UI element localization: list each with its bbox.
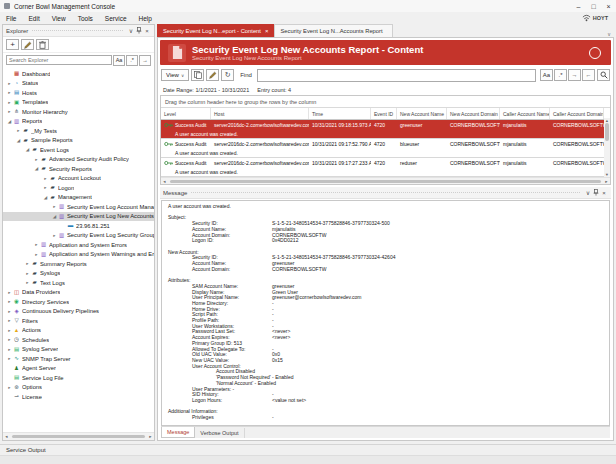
tree-item[interactable]: ▸ ▤ Syslog Server <box>3 345 154 355</box>
menu-item[interactable]: Tools <box>72 12 99 24</box>
column-header[interactable]: Time <box>309 108 371 119</box>
tree-item[interactable]: ◢ ▥ Security Event Log New Accounts Repo… <box>3 212 154 222</box>
expand-arrow-icon[interactable]: ▸ <box>24 259 31 268</box>
grid-vscrollbar[interactable]: ▴ ▾ <box>604 118 610 177</box>
scroll-right-icon[interactable]: ▸ <box>147 434 154 439</box>
expand-arrow-icon[interactable]: ▸ <box>6 98 13 107</box>
pin-icon[interactable] <box>135 27 143 34</box>
column-header[interactable]: Caller Account Name <box>500 108 550 119</box>
search-option-button[interactable]: → <box>139 55 151 66</box>
expand-arrow-icon[interactable]: ▸ <box>6 345 13 354</box>
expand-arrow-icon[interactable]: ▸ <box>33 250 40 259</box>
view-button[interactable]: View ∨ <box>161 69 189 81</box>
tree-item[interactable]: ▸ ◫ Data Providers <box>3 288 154 298</box>
tab-close-icon[interactable]: × <box>265 28 269 34</box>
expand-arrow-icon[interactable]: ▸ <box>6 335 13 344</box>
expand-arrow-icon[interactable]: ▸ <box>51 231 58 240</box>
expand-arrow-icon[interactable]: ▸ <box>6 88 13 97</box>
close-button[interactable]: × <box>601 1 616 12</box>
tree-item[interactable]: ◢ ▰ Security Reports <box>3 164 154 174</box>
close-icon[interactable]: × <box>600 190 608 196</box>
tree-item[interactable]: ◢ ▥ Reports <box>3 117 154 127</box>
tree-item[interactable]: ▸ ▥ Application and System Errors <box>3 240 154 250</box>
table-row[interactable]: Success Audit server2016dc-2.cornerbowls… <box>161 158 610 177</box>
expand-arrow-icon[interactable]: ▸ <box>6 316 13 325</box>
panel-dropdown-icon[interactable]: ∨ <box>584 189 592 196</box>
expand-arrow-icon[interactable]: ▸ <box>24 269 31 278</box>
expand-arrow-icon[interactable]: ▸ <box>6 383 13 392</box>
find-option-button[interactable]: → <box>568 69 581 81</box>
find-option-button[interactable]: .* <box>554 69 567 81</box>
tree-item[interactable]: ◢ ▰ Management <box>3 193 154 203</box>
tree-item[interactable]: ♟ Agent Server <box>3 364 154 374</box>
column-header[interactable]: New Account Domain <box>447 108 500 119</box>
group-by-drop-zone[interactable]: Drag the column header here to group the… <box>161 96 610 108</box>
expand-arrow-icon[interactable]: ▸ <box>6 354 13 363</box>
tree-item[interactable]: ⊸ License <box>3 392 154 402</box>
tree-item[interactable]: ▸ ▤ Hosts <box>3 88 154 98</box>
tree-item[interactable]: ▸ ⊛ Options <box>3 383 154 393</box>
expand-arrow-icon[interactable]: ▸ <box>6 79 13 88</box>
column-header[interactable]: New Account Name <box>397 108 447 119</box>
expand-arrow-icon[interactable]: ◢ <box>6 117 13 126</box>
minimize-button[interactable]: – <box>571 1 586 12</box>
expand-arrow-icon[interactable]: ◢ <box>51 212 58 221</box>
explorer-hscrollbar[interactable]: ◂ ▸ <box>3 432 154 440</box>
tree-item[interactable]: ▸ ▰ Account Lockout <box>3 174 154 184</box>
refresh-button[interactable]: ↻ <box>221 69 234 81</box>
tree-item[interactable]: ▸ ▰ Text Logs <box>3 278 154 288</box>
tree-item[interactable]: ▸ ▰ _My Tests <box>3 126 154 136</box>
expand-arrow-icon[interactable]: ▸ <box>15 126 22 135</box>
expand-arrow-icon[interactable]: ◢ <box>15 136 22 145</box>
message-panel-tab[interactable]: Message <box>161 427 195 438</box>
document-tab[interactable]: Security Event Log N...Accounts Report <box>274 24 392 37</box>
tree-item[interactable]: ▸ ▥ Application and System Warnings and … <box>3 250 154 260</box>
expand-arrow-icon[interactable]: ▸ <box>6 107 13 116</box>
document-tab[interactable]: Security Event Log N...eport - Content × <box>157 24 274 37</box>
expand-arrow-icon[interactable]: ◢ <box>24 145 31 154</box>
pin-icon[interactable] <box>592 189 600 196</box>
table-row[interactable]: Success Audit server2016dc-2.cornerbowls… <box>161 139 610 158</box>
maximize-button[interactable]: □ <box>586 1 601 12</box>
find-option-button[interactable]: ← <box>582 69 595 81</box>
panel-dropdown-icon[interactable]: ∨ <box>127 27 135 34</box>
table-row[interactable]: Success Audit server2016dc-2.cornerbowls… <box>161 120 610 139</box>
tree-item[interactable]: ▬ 23.96.81.251 <box>3 221 154 231</box>
tree-item[interactable]: ◢ ▰ Sample Reports <box>3 136 154 146</box>
search-button[interactable] <box>597 69 610 81</box>
edit-button[interactable] <box>21 39 34 50</box>
expand-arrow-icon[interactable]: ◢ <box>33 164 40 173</box>
tree-item[interactable]: ▸ ▽ Filters <box>3 316 154 326</box>
delete-button[interactable] <box>36 39 49 50</box>
scroll-left-icon[interactable]: ◂ <box>161 179 168 184</box>
search-input[interactable] <box>6 55 112 65</box>
tree-item[interactable]: ▤ Service Log File <box>3 373 154 383</box>
search-option-button[interactable]: .* <box>126 55 138 66</box>
tree-item[interactable]: ▦ Dashboard <box>3 69 154 79</box>
column-header[interactable]: Event ID <box>371 108 397 119</box>
scroll-down-icon[interactable]: ▾ <box>604 172 610 177</box>
grid-hscrollbar[interactable]: ◂ ▸ <box>161 177 610 184</box>
copy-button[interactable] <box>191 69 204 81</box>
menu-item[interactable]: File <box>0 12 22 24</box>
expand-arrow-icon[interactable]: ▸ <box>42 174 49 183</box>
search-option-button[interactable]: Aa <box>113 55 125 66</box>
expand-arrow-icon[interactable]: ▸ <box>6 307 13 316</box>
connection-indicator[interactable]: HOYT <box>582 14 608 22</box>
scrollbar-thumb[interactable] <box>12 435 145 438</box>
find-input[interactable] <box>257 69 536 82</box>
scrollbar-thumb[interactable] <box>605 123 609 141</box>
menu-item[interactable]: Help <box>133 12 158 24</box>
expand-arrow-icon[interactable]: ▸ <box>6 297 13 306</box>
close-icon[interactable]: × <box>143 28 151 34</box>
edit-report-button[interactable] <box>206 69 219 81</box>
expand-arrow-icon[interactable]: ▸ <box>24 278 31 287</box>
menu-item[interactable]: Service <box>99 12 133 24</box>
expand-arrow-icon[interactable]: ▸ <box>6 326 13 335</box>
expand-arrow-icon[interactable]: ▸ <box>33 155 40 164</box>
message-panel-tab[interactable]: Verbose Output <box>195 428 244 438</box>
tree-item[interactable]: ▸ ◈ Continuous Delivery Pipelines <box>3 307 154 317</box>
expand-arrow-icon[interactable]: ▸ <box>6 288 13 297</box>
tree-item[interactable]: ▸ ◉ Directory Services <box>3 297 154 307</box>
tree-item[interactable]: ▸ ▰ Logon <box>3 183 154 193</box>
